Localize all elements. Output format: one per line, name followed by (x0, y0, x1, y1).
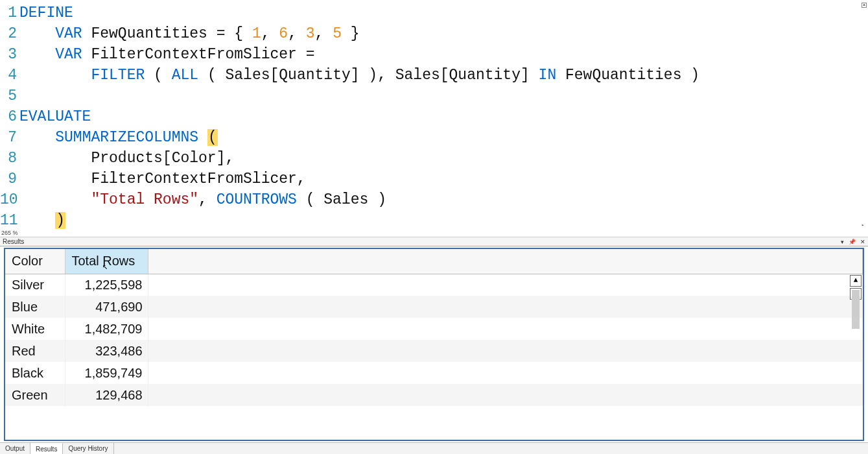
close-icon[interactable]: ✕ (860, 239, 865, 245)
code-token: FILTER (91, 67, 145, 84)
cell-total: 1,225,598 (65, 274, 148, 296)
line-number: 11 (0, 210, 17, 231)
results-grid[interactable]: ColorTotal Rows Silver1,225,598Blue471,6… (5, 249, 863, 406)
scroll-right-icon[interactable]: ▸ (862, 222, 867, 228)
cell-filler (148, 362, 863, 384)
cell-filler (148, 384, 863, 406)
code-line[interactable] (19, 86, 868, 106)
code-token: ( (207, 129, 218, 146)
column-header[interactable]: Total Rows (65, 249, 148, 274)
code-token: EVALUATE (19, 108, 91, 125)
code-token: } (342, 25, 360, 42)
code-line[interactable]: FilterContextFromSlicer, (19, 169, 868, 189)
pin-icon[interactable]: 📌 (849, 239, 856, 245)
results-header-controls: ▾ 📌 ✕ (838, 237, 865, 246)
code-area[interactable]: DEFINE VAR FewQuantities = { 1, 6, 3, 5 … (19, 0, 868, 237)
cell-color: Red (5, 340, 65, 362)
code-token (19, 25, 55, 42)
tab-query-history[interactable]: Query History (63, 443, 113, 454)
table-row[interactable]: Silver1,225,598 (5, 274, 863, 296)
code-token: ( (145, 67, 171, 84)
table-row[interactable]: Red323,486 (5, 340, 863, 362)
code-token: IN (539, 67, 557, 84)
line-number: 6 (0, 106, 17, 127)
code-token (19, 129, 55, 146)
code-token: FilterContextFromSlicer, (19, 171, 306, 187)
line-number: 9 (0, 169, 17, 189)
line-number: 10 (0, 189, 17, 210)
cell-total: 1,859,749 (65, 362, 148, 384)
cell-total: 1,482,709 (65, 318, 148, 340)
bottom-tab-strip: OutputResultsQuery History (0, 442, 868, 454)
line-number: 1 (0, 3, 17, 23)
cell-filler (148, 318, 863, 340)
code-editor[interactable]: 1234567891011 DEFINE VAR FewQuantities =… (0, 0, 868, 237)
column-header[interactable]: Color (5, 249, 65, 274)
code-token: VAR (55, 25, 82, 42)
code-token: DEFINE (19, 5, 73, 21)
scroll-up-button[interactable]: ▲ (850, 275, 862, 287)
cell-color: Green (5, 384, 65, 406)
code-line[interactable]: ) (19, 210, 868, 231)
line-number: 7 (0, 127, 17, 148)
code-token (19, 67, 91, 84)
line-number: 3 (0, 44, 17, 65)
cell-total: 471,690 (65, 296, 148, 318)
code-token: "Total Rows" (91, 191, 198, 208)
code-token: 5 (333, 25, 342, 42)
code-token: , (315, 25, 333, 42)
line-number: 2 (0, 23, 17, 44)
code-line[interactable]: SUMMARIZECOLUMNS ( (19, 127, 868, 148)
scroll-thumb[interactable] (852, 290, 860, 329)
code-token (198, 129, 207, 146)
scroll-up-icon[interactable]: ▲ (862, 3, 867, 8)
code-line[interactable]: FILTER ( ALL ( Sales[Quantity] ), Sales[… (19, 65, 868, 86)
code-token: SUMMARIZECOLUMNS (55, 129, 198, 146)
code-token (19, 46, 55, 63)
cell-color: White (5, 318, 65, 340)
results-title: Results (3, 237, 24, 246)
code-line[interactable]: VAR FilterContextFromSlicer = (19, 44, 868, 65)
cell-filler (148, 274, 863, 296)
code-token: FewQuantities = { (82, 25, 252, 42)
code-token (19, 212, 55, 229)
code-line[interactable]: Products[Color], (19, 148, 868, 169)
code-line[interactable]: DEFINE (19, 3, 868, 23)
code-token: , (198, 191, 217, 208)
tab-results[interactable]: Results (30, 443, 63, 454)
cell-color: Silver (5, 274, 65, 296)
filler-header (148, 249, 863, 274)
code-line[interactable]: "Total Rows", COUNTROWS ( Sales ) (19, 189, 868, 210)
code-token: FewQuantities ) (556, 67, 699, 84)
zoom-level-label: 265 % (1, 230, 18, 236)
cell-filler (148, 340, 863, 362)
code-token: , (261, 25, 279, 42)
table-row[interactable]: Green129,468 (5, 384, 863, 406)
tab-output[interactable]: Output (0, 443, 30, 454)
code-token: COUNTROWS (217, 191, 297, 208)
code-token: 6 (279, 25, 288, 42)
code-token: 1 (252, 25, 261, 42)
table-row[interactable]: White1,482,709 (5, 318, 863, 340)
dropdown-icon[interactable]: ▾ (841, 239, 844, 245)
code-token: ( Sales ) (297, 191, 386, 208)
code-line[interactable]: EVALUATE (19, 106, 868, 127)
line-number: 8 (0, 148, 17, 169)
cell-color: Black (5, 362, 65, 384)
code-token: VAR (55, 46, 82, 63)
cell-total: 129,468 (65, 384, 148, 406)
code-line[interactable]: VAR FewQuantities = { 1, 6, 3, 5 } (19, 23, 868, 44)
cell-color: Blue (5, 296, 65, 318)
table-row[interactable]: Black1,859,749 (5, 362, 863, 384)
code-token: ALL (172, 67, 198, 84)
table-row[interactable]: Blue471,690 (5, 296, 863, 318)
results-pane: ColorTotal Rows Silver1,225,598Blue471,6… (4, 248, 864, 441)
line-number-gutter: 1234567891011 (0, 0, 19, 237)
code-token: FilterContextFromSlicer = (82, 46, 315, 63)
cell-filler (148, 296, 863, 318)
vertical-scrollbar[interactable]: ▲ ▼ (850, 275, 862, 300)
line-number: 4 (0, 65, 17, 86)
results-pane-header: Results ▾ 📌 ✕ (0, 237, 868, 246)
cell-total: 323,486 (65, 340, 148, 362)
code-token (19, 191, 91, 208)
